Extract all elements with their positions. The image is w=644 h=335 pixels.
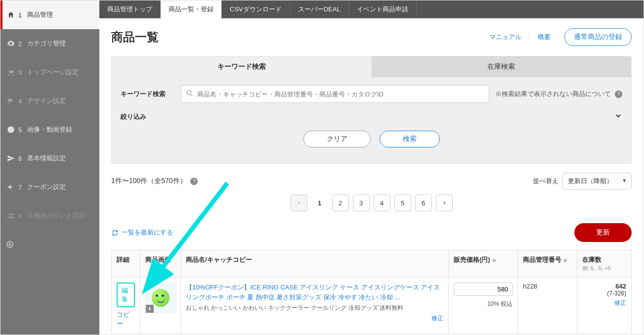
cart-icon xyxy=(5,68,16,76)
gear-icon xyxy=(5,40,16,48)
sidebar-item-label: 店舗別ポイント変倍 xyxy=(27,211,85,220)
refresh-icon xyxy=(111,229,119,237)
tax-note: 10% 税込 xyxy=(454,300,513,308)
sidebar: 1 商品管理 2 カテゴリ管理 3 トップページ設定 4 デザイン設定 xyxy=(0,0,99,335)
sidebar-item-points[interactable]: 8 店舗別ポイント変倍 xyxy=(0,201,99,230)
modify-link[interactable]: 修正 xyxy=(186,314,443,323)
search-panel: キーワード検索 在庫検索 キーワード検索 ※検索結果で表示されない商 xyxy=(111,56,632,164)
product-name-link[interactable]: 【10%OFFクーポン】ICE RING CASE アイスリング ケース アイス… xyxy=(186,284,440,301)
page-5[interactable]: 5 xyxy=(394,194,411,211)
sidebar-item-toppage[interactable]: 3 トップページ設定 xyxy=(0,58,99,87)
tab-event[interactable]: イベント商品申請 xyxy=(349,0,417,18)
copy-link[interactable]: コピー xyxy=(117,310,135,328)
sort-icon: ◆ xyxy=(492,257,496,263)
sidebar-item-label: 基本情報設定 xyxy=(27,154,66,163)
page-title: 商品一覧 xyxy=(111,29,159,45)
update-button[interactable]: 更新 xyxy=(574,223,632,242)
sidebar-item-label: 商品管理 xyxy=(27,10,53,19)
th-image: 商品画像 xyxy=(140,250,181,278)
register-product-button[interactable]: 通常商品の登録 xyxy=(564,28,632,46)
megaphone-icon xyxy=(5,183,16,191)
price-input[interactable] xyxy=(454,283,513,296)
help-icon[interactable]: ? xyxy=(615,91,622,98)
stock-value: 642 xyxy=(582,283,626,290)
product-thumbnail[interactable]: ⬇ xyxy=(145,283,176,313)
clear-button[interactable]: クリア xyxy=(303,131,371,147)
th-mgr[interactable]: 商品管理番号◆ xyxy=(518,250,577,278)
table-row: 編集 コピー ⬇ 【10%OFFクーポン】ICE RING CASE アイスリン… xyxy=(112,278,632,334)
top-tabs: 商品管理トップ 商品一覧・登録 CSVダウンロード スーパーDEAL イベント商… xyxy=(99,0,644,18)
flag-icon xyxy=(5,97,16,105)
page-2[interactable]: 2 xyxy=(332,194,349,211)
page-6[interactable]: 6 xyxy=(415,194,432,211)
sidebar-item-design[interactable]: 4 デザイン設定 xyxy=(0,87,99,115)
chevron-down-icon[interactable] xyxy=(614,112,622,122)
sidebar-item-label: トップページ設定 xyxy=(27,68,79,77)
page-4[interactable]: 4 xyxy=(374,194,390,211)
th-price[interactable]: 販売価格(円)◆ xyxy=(449,250,518,278)
search-button[interactable]: 検索 xyxy=(380,131,440,147)
product-table: 詳細 商品画像 商品名/キャッチコピー 販売価格(円)◆ 商品管理番号◆ 在庫数… xyxy=(111,250,632,334)
pie-icon xyxy=(5,126,16,134)
pagination: 1 2 3 4 5 6 xyxy=(111,194,632,211)
sidebar-item-label: 画像・動画登録 xyxy=(27,125,72,134)
download-icon: ⬇ xyxy=(146,305,154,313)
keyword-input[interactable] xyxy=(181,85,489,103)
sidebar-item-label: デザイン設定 xyxy=(27,96,66,105)
stock-modify-link[interactable]: 修正 xyxy=(582,299,626,307)
page-1[interactable]: 1 xyxy=(311,194,328,211)
th-name: 商品名/キャッチコピー xyxy=(181,250,449,278)
sidebar-item-coupon[interactable]: 7 クーポン設定 xyxy=(0,173,99,201)
th-stock: 在庫数例: 5, -5, +5 xyxy=(577,250,632,278)
sort-icon: ◆ xyxy=(563,257,567,263)
home-icon xyxy=(5,11,16,19)
sort-select[interactable]: 更新日（降順） xyxy=(562,173,632,190)
search-note[interactable]: ※検索結果で表示されない商品について ? xyxy=(495,90,622,98)
results-count: 1件〜100件（全570件） ? xyxy=(111,177,198,186)
overview-link[interactable]: 概要 xyxy=(538,33,551,42)
tab-product-list[interactable]: 商品一覧・登録 xyxy=(161,0,222,18)
keyword-label: キーワード検索 xyxy=(121,90,175,98)
tab-superdeal[interactable]: スーパーDEAL xyxy=(290,0,349,18)
search-tab-keyword[interactable]: キーワード検索 xyxy=(112,56,372,77)
sidebar-item-category[interactable]: 2 カテゴリ管理 xyxy=(0,29,99,58)
svg-point-1 xyxy=(187,91,191,95)
filter-label: 絞り込み xyxy=(121,112,146,121)
sidebar-item-products[interactable]: 1 商品管理 xyxy=(0,0,99,29)
sidebar-item-basic[interactable]: 6 基本情報設定 xyxy=(0,144,99,173)
sidebar-item-media[interactable]: 5 画像・動画登録 xyxy=(0,115,99,144)
manual-link[interactable]: マニュアル xyxy=(489,33,521,42)
page-next[interactable] xyxy=(436,194,453,211)
sort-label: 並べ替え xyxy=(533,177,558,186)
sidebar-extra[interactable] xyxy=(0,230,99,259)
search-icon xyxy=(186,90,193,98)
edit-button[interactable]: 編集 xyxy=(117,283,135,307)
list-icon xyxy=(4,240,15,248)
sidebar-item-label: カテゴリ管理 xyxy=(27,39,66,48)
tab-csv[interactable]: CSVダウンロード xyxy=(222,0,290,18)
send-icon xyxy=(5,154,16,162)
th-detail: 詳細 xyxy=(112,250,140,278)
stock-sub: (7-326) xyxy=(582,290,626,297)
refresh-list-link[interactable]: 一覧を最新にする xyxy=(111,228,173,237)
help-icon[interactable]: ? xyxy=(190,178,198,185)
tab-product-top[interactable]: 商品管理トップ xyxy=(99,0,161,18)
mgr-number: h228 xyxy=(518,278,577,334)
people-icon xyxy=(5,212,16,220)
sidebar-item-label: クーポン設定 xyxy=(27,183,66,191)
page-prev xyxy=(291,194,307,211)
product-catch: おしゃれ かっこいい かわいい ネッククーラー クールリング 冷却グッズ 送料無… xyxy=(186,304,443,312)
search-tab-stock[interactable]: 在庫検索 xyxy=(372,56,632,77)
page-3[interactable]: 3 xyxy=(353,194,370,211)
